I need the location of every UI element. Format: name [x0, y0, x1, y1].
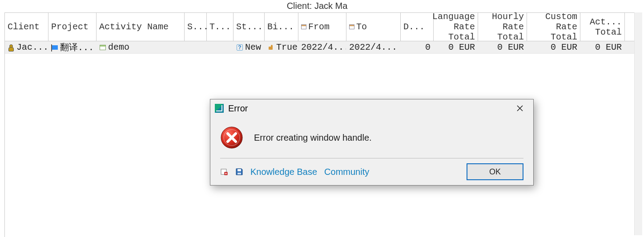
dialog-title: Error	[228, 103, 511, 114]
col-lang-total[interactable]: Language Rate Total	[434, 13, 478, 41]
cell-from: 2022/4...	[298, 41, 346, 53]
save-error-icon[interactable]	[235, 168, 243, 176]
question-icon: ?	[236, 44, 243, 51]
community-link[interactable]: Community	[324, 167, 369, 177]
cell-to: 2022/4...	[346, 41, 401, 53]
cell-client: Jac...	[5, 41, 48, 53]
error-icon	[220, 126, 243, 149]
error-dialog: Error Error creating window handle.	[210, 99, 534, 186]
thumbs-up-icon	[267, 44, 274, 51]
page-title: Client: Jack Ma	[0, 1, 634, 11]
dialog-titlebar[interactable]: Error	[210, 99, 533, 117]
cell-hourly-total: 0 EUR	[478, 41, 527, 53]
person-icon	[8, 44, 15, 51]
cell-act-total: 0 EUR	[580, 41, 625, 53]
col-bi[interactable]: Bi...	[265, 13, 298, 41]
cell-t	[207, 41, 233, 53]
knowledge-base-link[interactable]: Knowledge Base	[250, 167, 317, 177]
cell-activity-text: demo	[108, 42, 129, 52]
svg-rect-4	[237, 169, 241, 171]
vertical-scrollbar[interactable]	[634, 12, 642, 235]
cell-billable-text: True	[276, 42, 298, 52]
cell-activity: demo	[97, 41, 185, 53]
col-from[interactable]: From	[298, 13, 346, 41]
cell-status-text: New	[245, 42, 261, 52]
dialog-message: Error creating window handle.	[254, 133, 372, 143]
col-to[interactable]: To	[346, 13, 401, 41]
col-s[interactable]: S...	[185, 13, 207, 41]
col-client[interactable]: Client	[5, 13, 48, 41]
ok-button[interactable]: OK	[467, 163, 523, 180]
col-d[interactable]: D...	[401, 13, 434, 41]
col-hourly-total[interactable]: Hourly Rate Total	[478, 13, 527, 41]
close-button[interactable]	[511, 102, 529, 115]
col-to-label: To	[356, 22, 367, 32]
col-custom-total[interactable]: Custom Rate Total	[527, 13, 580, 41]
cell-status: ?New	[233, 41, 265, 53]
cell-project-text: 翻译...	[60, 41, 94, 53]
cell-s	[185, 41, 207, 53]
col-activity[interactable]: Activity Name	[97, 13, 185, 41]
col-st[interactable]: St...	[233, 13, 265, 41]
calendar-icon	[349, 24, 354, 29]
cell-custom-total: 0 EUR	[527, 41, 580, 53]
col-t[interactable]: T...	[207, 13, 233, 41]
cell-project: 翻译...	[48, 41, 97, 53]
cell-lang-total: 0 EUR	[434, 41, 478, 53]
app-icon	[215, 104, 224, 113]
col-act-total[interactable]: Act... Total	[580, 13, 625, 41]
grid-header-row: Client Project Activity Name S... T... S…	[5, 13, 634, 41]
flag-icon	[51, 44, 58, 51]
close-icon	[517, 105, 523, 111]
copy-error-icon[interactable]	[220, 168, 228, 176]
svg-rect-5	[237, 173, 241, 174]
table-row[interactable]: Jac... 翻译... demo ?New True 2022/4... 20…	[5, 41, 634, 54]
cell-billable: True	[265, 41, 298, 53]
activity-icon	[99, 44, 106, 51]
cell-client-text: Jac...	[16, 42, 48, 52]
col-from-label: From	[308, 22, 330, 32]
col-project[interactable]: Project	[48, 13, 97, 41]
calendar-icon	[301, 24, 306, 29]
cell-d: 0	[401, 41, 434, 53]
